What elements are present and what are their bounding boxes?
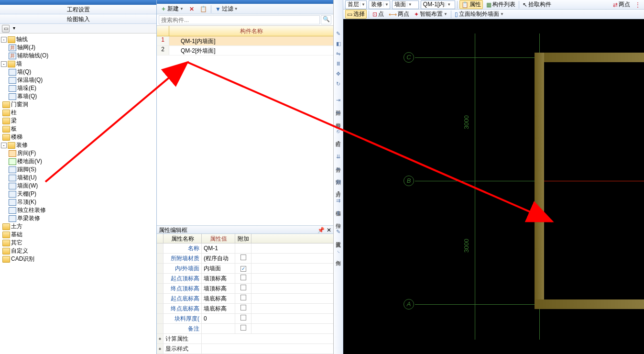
tree-tianpeng[interactable]: 天棚(P) <box>1 190 155 198</box>
prop-row[interactable]: 名称QM-1 <box>157 243 333 254</box>
delete-button[interactable]: ✕ <box>187 5 196 13</box>
prop-row[interactable]: 内/外墙面内墙面 <box>157 264 333 274</box>
checkbox[interactable] <box>240 305 246 310</box>
stretch-icon[interactable]: ⇕ <box>335 209 342 217</box>
chevron-down-icon[interactable]: ▾ <box>338 190 339 194</box>
prop-row[interactable]: 所附墙材质(程序自动 <box>157 254 333 264</box>
search-button[interactable]: 🔍 <box>321 15 331 24</box>
prop-expander-calc[interactable]: +计算属性 <box>157 334 333 344</box>
checkbox[interactable] <box>240 295 246 300</box>
tree-wall[interactable]: -墙 <box>1 60 155 68</box>
prop-addon[interactable] <box>235 314 251 323</box>
tree-fangjian[interactable]: 房间(F) <box>1 149 155 157</box>
tree-cad[interactable]: CAD识别 <box>1 255 155 263</box>
category-combo[interactable]: 装修▼ <box>369 0 390 9</box>
tree-zidingyi[interactable]: 自定义 <box>1 247 155 255</box>
checkbox[interactable] <box>240 254 246 260</box>
prop-value[interactable] <box>202 324 235 333</box>
tool-icon[interactable]: ◧ <box>335 40 342 47</box>
grid-row[interactable]: 1 QM-1[内墙面] <box>157 36 333 46</box>
prop-addon[interactable] <box>235 264 251 273</box>
prop-row[interactable]: 备注 <box>157 324 333 334</box>
pick-button[interactable]: ↖拾取构件 <box>521 0 553 9</box>
prop-expander-style[interactable]: +显示样式 <box>157 344 333 354</box>
tree-tufang[interactable]: 土方 <box>1 222 155 231</box>
align2-icon[interactable]: ▤ <box>335 177 342 185</box>
offset-icon[interactable]: ⇉ <box>335 197 342 204</box>
tree-ban[interactable]: 板 <box>1 125 155 133</box>
minus-icon[interactable]: - <box>1 37 7 43</box>
extend-icon[interactable]: ⇥ <box>335 96 342 104</box>
move-icon[interactable]: ✥ <box>335 70 342 77</box>
break-icon[interactable]: ⎋ <box>335 127 342 135</box>
twopoint-button[interactable]: ⟷两点 <box>387 10 411 18</box>
checkbox[interactable] <box>240 266 246 272</box>
new-button[interactable]: ＋新建▼ <box>159 4 186 13</box>
tree-wall-duo[interactable]: 墙垛(E) <box>1 84 155 92</box>
tree-wall-bw[interactable]: 保温墙(Q) <box>1 76 155 84</box>
tree-jichu[interactable]: 基础 <box>1 231 155 239</box>
prop-value[interactable]: 墙顶标高 <box>202 284 235 293</box>
tree-wall-mq[interactable]: 幕墙(Q) <box>1 92 155 100</box>
select-button[interactable]: ▭选择 <box>345 10 367 19</box>
mirror-icon[interactable]: ⇋ <box>335 50 342 57</box>
component-combo[interactable]: QM-1[内▼ <box>421 0 455 9</box>
filter-button[interactable]: ▼过滤▼ <box>213 4 240 13</box>
tree-loudimian[interactable]: 楼地面(V) <box>1 157 155 166</box>
tree-diaoding[interactable]: 吊顶(K) <box>1 198 155 206</box>
prop-addon[interactable] <box>235 254 251 263</box>
grip-icon[interactable]: ✎ <box>335 228 342 235</box>
prop-row[interactable]: 块料厚度(0 <box>157 314 333 324</box>
point-button[interactable]: ⊡点 <box>371 10 385 18</box>
grid-row[interactable]: 2 QM-2[外墙面] <box>157 46 333 55</box>
elevation-button[interactable]: ▯立面绘制外墙面▼ <box>453 10 505 18</box>
tree-danliang[interactable]: 单梁装修 <box>1 214 155 222</box>
prop-value[interactable]: 墙顶标高 <box>202 274 235 283</box>
tree-axis[interactable]: -轴线 <box>1 35 155 44</box>
prop-addon[interactable] <box>235 274 251 283</box>
twopt-button[interactable]: ⇄两点 <box>611 0 632 9</box>
tree-louti[interactable]: 楼梯 <box>1 133 155 141</box>
drawing-canvas[interactable]: C B A 3000 3000 <box>343 19 644 354</box>
brush-icon[interactable]: ✎ <box>335 30 342 37</box>
smart-button[interactable]: ✦智能布置▼ <box>413 10 449 18</box>
plus-icon[interactable]: + <box>157 344 164 354</box>
chevron-down-icon[interactable]: ▾ <box>338 140 339 144</box>
list-button[interactable]: ▦构件列表 <box>485 0 517 9</box>
fillet-icon[interactable]: ◟ <box>335 246 342 254</box>
prop-value[interactable]: (程序自动 <box>202 254 235 263</box>
split-icon[interactable]: ✂ <box>335 165 342 173</box>
nav-dropdown-button[interactable]: ▾ <box>11 25 16 33</box>
prop-addon[interactable] <box>235 304 251 313</box>
trim-icon[interactable]: ✂ <box>335 109 342 116</box>
attrs-button[interactable]: 📋属性 <box>459 0 483 9</box>
prop-addon[interactable] <box>235 324 251 333</box>
cell-name[interactable]: QM-1[内墙面] <box>169 36 333 45</box>
property-panel-title[interactable]: 属性编辑框 📌 ✕ <box>157 225 333 234</box>
cell-name[interactable]: QM-2[外墙面] <box>169 46 333 55</box>
wall-bottom[interactable] <box>535 299 644 309</box>
tree-wall-q[interactable]: 墙(Q) <box>1 68 155 76</box>
checkbox[interactable] <box>240 325 246 331</box>
prop-value[interactable]: 墙底标高 <box>202 294 235 303</box>
col-name-header[interactable]: 构件名称 <box>169 26 333 36</box>
tree-qita[interactable]: 其它 <box>1 239 155 247</box>
prop-row[interactable]: 终点底标高墙底标高 <box>157 304 333 314</box>
minus-icon[interactable]: - <box>1 143 7 148</box>
tree-tijiao[interactable]: 踢脚(S) <box>1 166 155 174</box>
nav-collapse-button[interactable]: ▭ <box>2 25 10 33</box>
copy-button[interactable]: 📋 <box>198 5 209 13</box>
prop-addon[interactable] <box>235 294 251 303</box>
tree-liang[interactable]: 梁 <box>1 117 155 125</box>
prop-value[interactable]: 墙底标高 <box>202 304 235 313</box>
plus-icon[interactable]: + <box>157 334 164 343</box>
search-input[interactable] <box>159 15 320 24</box>
prop-value[interactable]: 内墙面 <box>202 264 235 273</box>
floor-combo[interactable]: 首层▼ <box>345 0 367 9</box>
prop-row[interactable]: 终点顶标高墙顶标高 <box>157 284 333 294</box>
close-icon[interactable]: ✕ <box>327 226 331 233</box>
tree-zhu[interactable]: 柱 <box>1 109 155 117</box>
tree-qiangmian[interactable]: 墙面(W) <box>1 182 155 190</box>
prop-addon[interactable] <box>235 243 251 253</box>
tree-axis-net[interactable]: 井轴网(J) <box>1 44 155 52</box>
